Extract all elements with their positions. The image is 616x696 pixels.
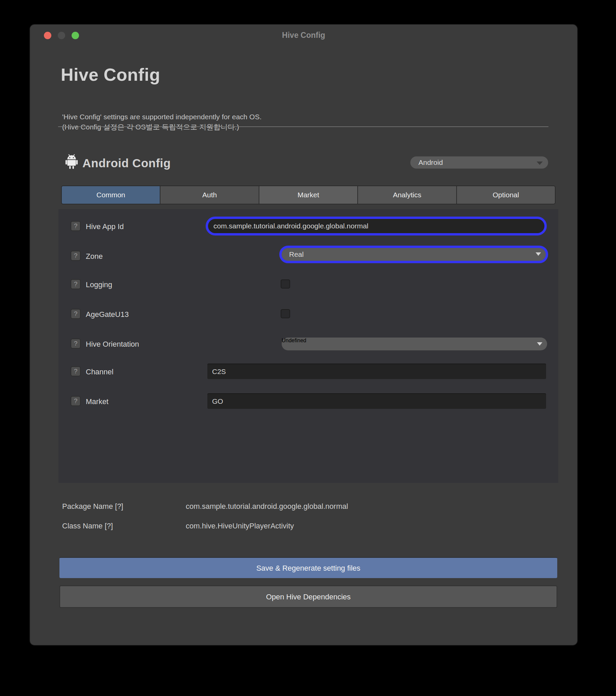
android-robot-icon — [65, 154, 78, 169]
hive-orientation-dropdown[interactable]: Undefined — [282, 337, 547, 350]
field-label-logging: Logging — [86, 281, 112, 289]
help-button-channel[interactable]: ? — [70, 366, 81, 376]
field-label-zone: Zone — [86, 252, 103, 261]
tab-analytics[interactable]: Analytics — [358, 186, 456, 204]
channel-input[interactable] — [207, 364, 546, 379]
field-label-hive-app-id: Hive App Id — [86, 222, 124, 231]
field-label-market: Market — [86, 397, 109, 406]
os-dropdown[interactable]: Android — [410, 156, 548, 169]
help-button-hive-orientation[interactable]: ? — [70, 338, 81, 349]
zone-focus-ring: Real — [279, 246, 548, 263]
hive-app-id-input[interactable] — [208, 219, 545, 233]
logging-checkbox[interactable] — [281, 280, 290, 288]
chevron-down-icon — [536, 252, 541, 256]
page-subtitle: 'Hive Config' settings are supported ind… — [62, 112, 262, 132]
tab-bar: Common Auth Market Analytics Optional — [61, 186, 555, 204]
agegateu13-checkbox[interactable] — [281, 309, 290, 318]
chevron-down-icon — [537, 161, 543, 165]
section-title: Android Config — [82, 156, 171, 170]
common-tab-panel: ? Hive App Id ? Zone Real ? Logging ? Ag… — [59, 209, 558, 483]
subtitle-line-en: 'Hive Config' settings are supported ind… — [62, 112, 262, 122]
subtitle-line-ko: (Hive Config 설정은 각 OS별로 독립적으로 지원합니다.) — [62, 122, 262, 132]
os-dropdown-value: Android — [418, 156, 443, 169]
tab-common[interactable]: Common — [62, 186, 160, 204]
chevron-down-icon — [537, 342, 542, 346]
class-name-label: Class Name [?] — [62, 522, 113, 531]
field-label-agegateu13: AgeGateU13 — [86, 310, 129, 319]
help-button-market[interactable]: ? — [70, 396, 81, 406]
field-label-hive-orientation: Hive Orientation — [86, 340, 139, 349]
help-button-logging[interactable]: ? — [70, 279, 81, 289]
package-name-value: com.sample.tutorial.android.google.globa… — [186, 502, 348, 511]
hive-app-id-focus-ring — [206, 217, 547, 236]
open-hive-dependencies-button[interactable]: Open Hive Dependencies — [60, 586, 557, 608]
tab-optional[interactable]: Optional — [457, 186, 555, 204]
zone-dropdown[interactable]: Real — [282, 248, 546, 261]
page-title: Hive Config — [61, 65, 160, 85]
tab-market[interactable]: Market — [259, 186, 357, 204]
window-title: Hive Config — [30, 25, 577, 46]
titlebar: Hive Config — [30, 25, 577, 46]
hive-config-window: Hive Config Hive Config 'Hive Config' se… — [30, 24, 578, 645]
divider — [58, 126, 549, 127]
field-label-channel: Channel — [86, 368, 113, 376]
package-name-label: Package Name [?] — [62, 502, 123, 511]
help-button-agegateu13[interactable]: ? — [70, 309, 81, 319]
tab-auth[interactable]: Auth — [160, 186, 258, 204]
zone-dropdown-value: Real — [289, 248, 304, 261]
hive-orientation-dropdown-value: Undefined — [282, 337, 306, 343]
help-button-zone[interactable]: ? — [70, 251, 81, 261]
help-button-hive-app-id[interactable]: ? — [70, 221, 81, 231]
save-regenerate-button[interactable]: Save & Regenerate setting files — [60, 557, 557, 578]
class-name-value: com.hive.HiveUnityPlayerActivity — [186, 522, 294, 531]
market-input[interactable] — [207, 393, 546, 409]
